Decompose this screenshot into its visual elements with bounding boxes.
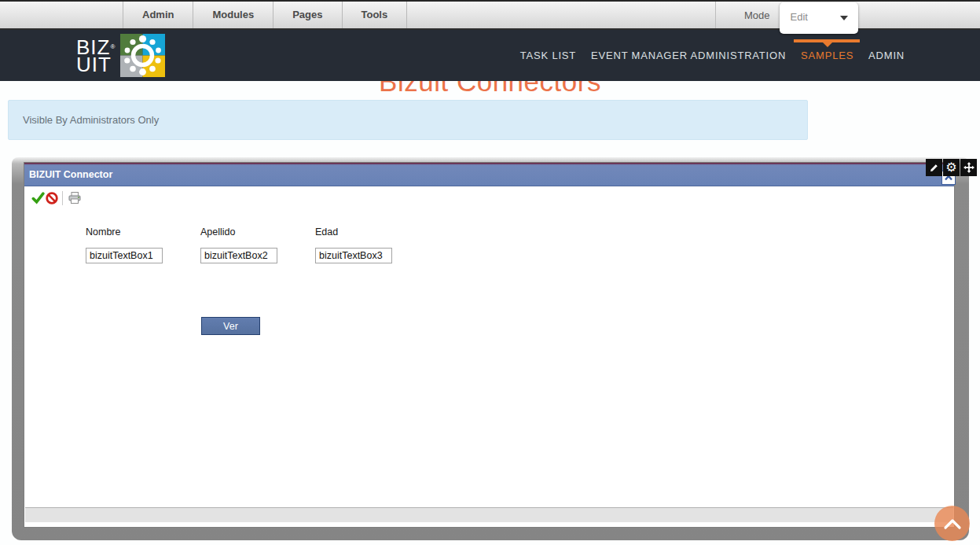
admin-notice: Visible By Administrators Only	[8, 100, 808, 140]
panel-status-bar	[25, 507, 953, 522]
menu-modules[interactable]: Modules	[193, 2, 273, 28]
panel-title: BIZUIT Connector	[29, 163, 112, 186]
control-menu: Admin Modules Pages Tools	[123, 2, 407, 28]
menu-pages[interactable]: Pages	[273, 2, 341, 28]
menu-admin[interactable]: Admin	[123, 2, 193, 28]
mode-select-value: Edit	[791, 11, 808, 23]
admin-notice-text: Visible By Administrators Only	[23, 101, 159, 139]
nav-samples[interactable]: SAMPLES	[801, 30, 853, 81]
logo-wordmark: BIZ® UIT	[76, 39, 116, 73]
field-label-nombre: Nombre	[86, 226, 120, 238]
page: Bizuit Connectors Admin Modules Pages To…	[0, 0, 980, 545]
nav-admin[interactable]: ADMIN	[868, 30, 905, 81]
deny-icon[interactable]	[45, 191, 59, 205]
nombre-input[interactable]	[86, 248, 163, 263]
module-actions: ⚙	[926, 159, 977, 176]
field-label-apellido: Apellido	[200, 226, 235, 238]
module-edit-frame: BIZUIT Connector	[12, 157, 969, 540]
move-icon[interactable]	[960, 159, 977, 176]
menu-tools[interactable]: Tools	[342, 2, 408, 28]
panel-toolbar	[24, 187, 954, 208]
divider	[715, 2, 716, 28]
mode-select[interactable]: Edit	[780, 2, 858, 34]
bizuit-connector-panel: BIZUIT Connector	[24, 162, 955, 528]
scroll-to-top-button[interactable]	[934, 506, 970, 541]
edad-input[interactable]	[315, 248, 392, 263]
approve-icon[interactable]	[31, 191, 45, 205]
edit-pencil-icon[interactable]	[926, 159, 942, 176]
settings-gear-icon[interactable]: ⚙	[943, 159, 960, 176]
print-icon[interactable]	[68, 191, 82, 205]
apellido-input[interactable]	[200, 248, 277, 263]
mode-control: Mode Edit	[715, 2, 858, 28]
chevron-down-icon	[840, 16, 848, 20]
panel-header: BIZUIT Connector	[24, 163, 954, 186]
toolbar-divider	[62, 191, 63, 205]
nav-event-manager-administration[interactable]: EVENT MANAGER ADMINISTRATION	[591, 30, 786, 81]
nav-task-list[interactable]: TASK LIST	[520, 30, 576, 81]
nav-links: TASK LIST EVENT MANAGER ADMINISTRATION S…	[520, 30, 905, 81]
bizuit-logo[interactable]: BIZ® UIT	[76, 34, 165, 77]
main-navbar: BIZ® UIT	[0, 30, 980, 81]
logo-mark-icon	[120, 34, 165, 77]
ver-button[interactable]: Ver	[201, 317, 260, 335]
control-bar: Admin Modules Pages Tools Mode Edit	[0, 0, 980, 30]
field-label-edad: Edad	[315, 226, 338, 238]
mode-label: Mode	[744, 9, 770, 21]
